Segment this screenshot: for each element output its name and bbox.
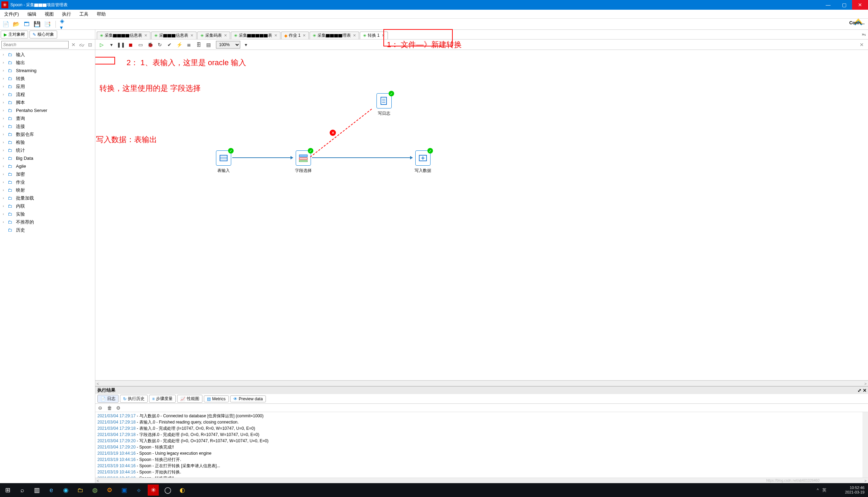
expand-all-icon[interactable]: ᔠ (78, 42, 85, 47)
log-scrollbar[interactable] (862, 412, 868, 478)
tab-close-icon[interactable]: ✕ (190, 33, 193, 38)
log-delete-icon[interactable]: 🗑 (107, 405, 113, 411)
tab-close-icon[interactable]: ✕ (303, 33, 306, 38)
tree-item-历史[interactable]: 🗀 历史 (0, 226, 95, 234)
edge-icon[interactable]: ◉ (60, 485, 71, 496)
step-table-input[interactable]: ✓ 表输入 (215, 150, 232, 174)
tree-item-不推荐的[interactable]: › 🗀 不推荐的 (0, 218, 95, 226)
tree-item-脚本[interactable]: › 🗀 脚本 (0, 98, 95, 106)
verify-icon[interactable]: ✔ (165, 41, 174, 49)
tree-item-统计[interactable]: › 🗀 统计 (0, 146, 95, 154)
save-icon[interactable]: 💾 (33, 20, 41, 28)
settings-icon[interactable]: ⚙ (104, 485, 115, 496)
debug-icon[interactable]: 🐞 (146, 41, 154, 49)
menu-edit[interactable]: 编辑 (23, 11, 41, 17)
show-results-icon[interactable]: ▤ (204, 41, 212, 49)
tree-item-流程[interactable]: › 🗀 流程 (0, 90, 95, 98)
menu-view[interactable]: 视图 (41, 11, 58, 17)
doc-tab[interactable]: ✳ 采集▇▇▇▇理表 ✕ (310, 32, 359, 39)
sql-icon[interactable]: ≣ (185, 41, 193, 49)
tray-ime-icon[interactable]: 英 (822, 487, 826, 493)
tree-item-批量加载[interactable]: › 🗀 批量加载 (0, 194, 95, 202)
search-button[interactable]: ⌕ (17, 485, 28, 496)
impact-icon[interactable]: ⚡ (175, 41, 183, 49)
log-h-scrollbar[interactable]: <> (95, 478, 868, 483)
system-tray[interactable]: ^ 英 (817, 487, 826, 493)
tree-item-加密[interactable]: › 🗀 加密 (0, 170, 95, 178)
start-button[interactable]: ⊞ (2, 485, 13, 496)
doc-tab[interactable]: ✳ 采集▇▇▇▇信息表 ✕ (97, 32, 150, 39)
misc-icon[interactable]: ◐ (177, 485, 188, 496)
explorer-icon[interactable]: 🗀 (75, 485, 86, 496)
doc-tab[interactable]: ✳ 采集▇▇▇▇▇表 ✕ (231, 32, 280, 39)
tab-close-icon[interactable]: ✕ (144, 33, 147, 38)
close-button[interactable]: ✕ (852, 0, 868, 10)
tree-item-Agile[interactable]: › 🗀 Agile (0, 162, 95, 170)
canvas-scrollbar[interactable]: <> (95, 381, 868, 386)
tab-close-icon[interactable]: ✕ (274, 33, 277, 38)
explore-db-icon[interactable]: 🗄 (194, 41, 203, 49)
log-clear-icon[interactable]: ⊖ (98, 405, 104, 411)
tree-item-输出[interactable]: › 🗀 输出 (0, 59, 95, 67)
tabs-overflow-icon[interactable]: »₅ (862, 32, 866, 37)
category-tree[interactable]: › 🗀 输入› 🗀 输出› 🗀 Streaming› 🗀 转换› 🗀 应用› 🗀… (0, 50, 95, 483)
powershell-icon[interactable]: ▣ (119, 485, 130, 496)
menu-file[interactable]: 文件(F) (0, 11, 23, 17)
connect-label[interactable]: Conn... (849, 20, 865, 25)
tree-item-作业[interactable]: › 🗀 作业 (0, 178, 95, 186)
vscode-icon[interactable]: ⟐ (133, 485, 144, 496)
log-settings-icon[interactable]: ⚙ (116, 405, 122, 411)
menu-help[interactable]: 帮助 (93, 11, 110, 17)
tree-item-数据仓库[interactable]: › 🗀 数据仓库 (0, 130, 95, 138)
tree-item-Pentaho Server[interactable]: › 🗀 Pentaho Server (0, 106, 95, 114)
log-output[interactable]: 2021/03/04 17:29:17 - 与入数据.0 - Connected… (95, 412, 868, 478)
zoom-dropdown-icon[interactable]: ▾ (242, 41, 250, 49)
tab-close-icon[interactable]: ✕ (224, 33, 227, 38)
perspective-icon[interactable]: ◈ ▾ (60, 20, 68, 28)
doc-tab[interactable]: ✳ 转换 1 ✕ (360, 32, 388, 39)
new-file-icon[interactable]: 📄 (2, 20, 10, 28)
menu-run[interactable]: 执行 (58, 11, 75, 17)
tab-close-icon[interactable]: ✕ (353, 33, 356, 38)
result-tab-执行历史[interactable]: ↻ 执行历史 (120, 395, 148, 403)
open-icon[interactable]: 📂 (12, 20, 20, 28)
tree-item-映射[interactable]: › 🗀 映射 (0, 186, 95, 194)
search-input[interactable] (1, 41, 69, 49)
tree-item-实验[interactable]: › 🗀 实验 (0, 210, 95, 218)
run-icon[interactable]: ▷ (97, 41, 106, 49)
doc-tab[interactable]: ✳ 采▇▇▇信息表 ✕ (151, 32, 197, 39)
tab-main-tree[interactable]: ▶主对象树 (1, 30, 28, 38)
maximize-button[interactable]: ▢ (836, 0, 852, 10)
result-tab-Preview data[interactable]: 👁 Preview data (230, 395, 266, 402)
chrome-icon[interactable]: ◯ (162, 485, 173, 496)
replay-icon[interactable]: ↻ (156, 41, 164, 49)
step-table-output[interactable]: ✓ 写入数据 (414, 150, 432, 174)
taskbar-clock[interactable]: 10:52:46 2021-03-19 (845, 486, 865, 495)
result-tab-日志[interactable]: 📄 日志 (97, 395, 119, 403)
tree-item-转换[interactable]: › 🗀 转换 (0, 75, 95, 82)
collapse-all-icon[interactable]: ⊟ (87, 42, 94, 47)
tab-core-objects[interactable]: ✎核心对象 (29, 30, 57, 38)
hop-select-log-error[interactable] (310, 109, 372, 157)
spoon-taskbar-icon[interactable]: ✳ (148, 485, 159, 496)
save-as-icon[interactable]: 📑 (44, 20, 51, 28)
hop-input-select[interactable] (232, 157, 293, 158)
result-tab-Metrics[interactable]: ▤ Metrics (204, 395, 229, 402)
results-maximize-icon[interactable]: ⤢ (858, 388, 861, 393)
tree-item-连接[interactable]: › 🗀 连接 (0, 122, 95, 130)
step-select-values[interactable]: ✓ 字段选择 (295, 150, 312, 174)
tab-close-icon[interactable]: ✕ (382, 33, 385, 38)
transformation-canvas[interactable]: 2： 1、表输入，这里是 oracle 输入 3： 转换，这里使用的是 字段选择… (95, 50, 868, 381)
tree-item-Big Data[interactable]: › 🗀 Big Data (0, 154, 95, 162)
preview-icon[interactable]: ▭ (136, 41, 145, 49)
hop-select-output[interactable] (312, 157, 413, 158)
tree-item-应用[interactable]: › 🗀 应用 (0, 82, 95, 90)
tree-item-查询[interactable]: › 🗀 查询 (0, 114, 95, 122)
tree-item-内联[interactable]: › 🗀 内联 (0, 202, 95, 210)
minimize-button[interactable]: — (820, 0, 836, 10)
clear-search-icon[interactable]: ✕ (70, 42, 77, 47)
tree-item-Streaming[interactable]: › 🗀 Streaming (0, 67, 95, 75)
tree-item-检验[interactable]: › 🗀 检验 (0, 138, 95, 146)
result-tab-性能图[interactable]: 📈 性能图 (177, 395, 202, 403)
wechat-icon[interactable]: ◍ (89, 485, 101, 496)
